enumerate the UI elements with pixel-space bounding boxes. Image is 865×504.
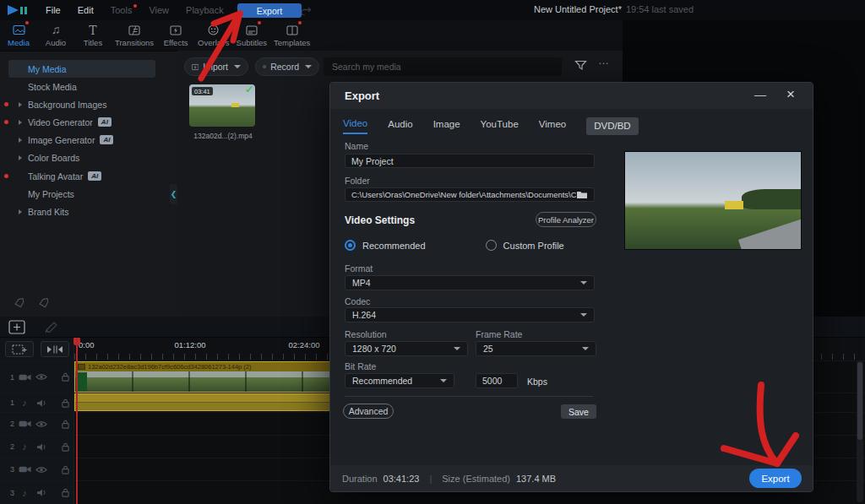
minimize-icon[interactable]: — (752, 87, 769, 104)
expand-arrow-icon[interactable] (19, 209, 22, 214)
menu-file[interactable]: File (46, 5, 61, 15)
advanced-button[interactable]: Advanced (343, 404, 394, 419)
thumbnail-detail (231, 103, 239, 107)
resolution-dropdown[interactable]: 1280 x 720 (345, 341, 468, 356)
sidebar-item-my-projects[interactable]: My Projects (0, 186, 177, 202)
frame-rate-dropdown[interactable]: 25 (476, 341, 596, 356)
playhead-line[interactable] (76, 338, 78, 504)
menu-tools[interactable]: Tools (111, 5, 133, 15)
tab-audio[interactable]: Audio (388, 119, 412, 133)
snap-playhead-icon[interactable] (41, 341, 69, 357)
name-input[interactable] (351, 156, 588, 166)
ai-badge: AI (100, 135, 113, 145)
room-effects[interactable]: Effects (157, 20, 194, 51)
track-mute-speaker-icon[interactable] (33, 488, 50, 497)
track-mute-speaker-icon[interactable] (33, 442, 50, 452)
room-titles[interactable]: T Titles (74, 20, 112, 51)
produce-export-button[interactable]: Export (237, 3, 302, 18)
format-label: Format (345, 263, 373, 274)
sidebar-item-talking-avatar[interactable]: Talking Avatar AI (0, 168, 177, 184)
dialog-title: Export (345, 89, 379, 102)
room-templates[interactable]: Templates (270, 20, 313, 51)
bit-rate-kbps-field[interactable] (476, 373, 518, 388)
expand-arrow-icon[interactable] (19, 102, 22, 107)
format-dropdown[interactable]: MP4 (345, 275, 595, 290)
track-lock-icon[interactable] (57, 488, 73, 497)
sidebar-item-background-images[interactable]: Background Images (0, 96, 177, 112)
filter-icon[interactable] (574, 60, 587, 71)
track-lock-icon[interactable] (57, 398, 73, 408)
menu-playback[interactable]: Playback (186, 5, 224, 15)
sidebar-item-my-media[interactable]: My Media (0, 61, 177, 77)
panel-collapse-chevron[interactable]: ❮ (170, 184, 177, 204)
tag-icon[interactable] (14, 298, 26, 309)
tab-youtube[interactable]: YouTube (481, 119, 519, 133)
media-library-sidebar: My Media Stock Media Background Images V… (0, 51, 177, 317)
sidebar-item-video-generator[interactable]: Video Generator AI (0, 114, 177, 130)
in-use-check-icon: ✓ (245, 84, 253, 95)
tag-filter-icons[interactable] (14, 298, 51, 309)
menubar: File Edit Tools View Playback | Export N… (0, 0, 865, 20)
import-button[interactable]: Import (184, 57, 248, 76)
tab-video[interactable]: Video (343, 118, 367, 134)
sidebar-item-stock-media[interactable]: Stock Media (0, 79, 177, 95)
templates-room-icon (286, 24, 298, 36)
custom-profile-radio[interactable] (486, 240, 497, 251)
tag-icon[interactable] (38, 298, 51, 309)
sidebar-item-color-boards[interactable]: Color Boards (0, 149, 177, 165)
profile-analyzer-button[interactable]: Profile Analyzer (536, 212, 596, 227)
start-export-button[interactable]: Export (749, 469, 802, 488)
room-overlays[interactable]: Overlays (194, 20, 232, 51)
preview-road (738, 216, 802, 250)
menu-view[interactable]: View (149, 5, 169, 15)
recommended-radio[interactable] (345, 240, 356, 251)
codec-dropdown[interactable]: H.264 (345, 307, 595, 322)
expand-arrow-icon[interactable] (19, 120, 22, 125)
folder-field[interactable]: C:\Users\Oras\OneDrive\New folder\Attach… (345, 187, 595, 202)
sidebar-item-image-generator[interactable]: Image Generator AI (0, 132, 177, 148)
clip-filename: 132a02d...(2).mp4 (182, 132, 264, 140)
search-input[interactable] (324, 62, 562, 72)
tab-image[interactable]: Image (433, 119, 460, 133)
record-dropdown-caret[interactable] (305, 65, 312, 68)
track-manager-icon[interactable] (8, 320, 25, 334)
track-lock-icon[interactable] (57, 372, 73, 382)
media-clip-thumbnail[interactable]: 03:41 ✓ (189, 84, 255, 127)
track-lock-icon[interactable] (57, 420, 73, 429)
tab-dvd-bd[interactable]: DVD/BD (586, 117, 638, 135)
timeline-vertical-scrollbar[interactable] (857, 360, 863, 502)
room-audio[interactable]: ♫ Audio (37, 20, 74, 51)
footer-divider: | (429, 474, 432, 484)
room-media[interactable]: Media (0, 20, 37, 51)
import-dropdown-caret[interactable] (234, 65, 241, 68)
new-badge-dot (4, 174, 8, 178)
sidebar-item-brand-kits[interactable]: Brand Kits (0, 203, 177, 219)
bit-rate-kbps-input[interactable] (482, 376, 511, 386)
track-mute-speaker-icon[interactable] (33, 398, 50, 408)
track-visibility-eye-icon[interactable] (33, 420, 50, 428)
room-transitions[interactable]: Transitions (112, 20, 157, 51)
expand-arrow-icon[interactable] (19, 138, 22, 143)
room-subtitles[interactable]: Subtitles (233, 20, 270, 51)
scrollbar-thumb[interactable] (857, 362, 862, 440)
menu-edit[interactable]: Edit (78, 5, 94, 15)
expand-arrow-icon[interactable] (19, 155, 22, 160)
close-icon[interactable]: × (782, 86, 799, 103)
browse-folder-icon[interactable] (576, 190, 588, 199)
range-select-icon[interactable] (5, 341, 34, 357)
record-button[interactable]: Record (255, 57, 319, 76)
new-badge-dot (4, 102, 8, 106)
tab-vimeo[interactable]: Vimeo (539, 119, 566, 133)
bit-rate-dropdown[interactable]: Recommended (345, 373, 454, 388)
export-dialog-header[interactable]: Export — × (330, 83, 813, 109)
track-visibility-eye-icon[interactable] (33, 373, 50, 381)
name-field[interactable] (345, 154, 595, 168)
track-lock-icon[interactable] (57, 465, 73, 474)
save-profile-button[interactable]: Save (561, 404, 596, 419)
ai-badge: AI (88, 171, 101, 182)
track-lock-icon[interactable] (57, 442, 73, 452)
track-visibility-eye-icon[interactable] (33, 466, 50, 474)
edit-pencil-icon[interactable] (44, 321, 58, 333)
search-box[interactable] (324, 57, 562, 76)
more-options-icon[interactable]: … (598, 54, 610, 67)
